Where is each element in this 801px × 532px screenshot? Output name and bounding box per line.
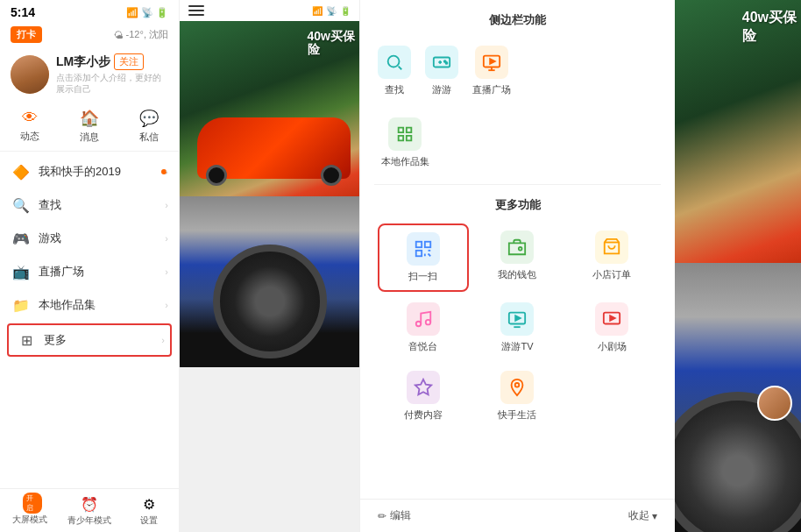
overlay-panel: 侧边栏功能 查找 游游 xyxy=(359,0,675,532)
weather-text: -12°, 沈阳 xyxy=(126,28,168,41)
overlay-label-sao: 扫一扫 xyxy=(408,270,437,283)
menu-section: 🔶 我和快手的2019 › 🔍 查找 › 🎮 游戏 › 📺 直播广场 › 📁 本… xyxy=(0,152,179,488)
far-right-banner: 40w买保险 xyxy=(742,9,797,46)
qingnian-icon: ⏰ xyxy=(81,496,98,513)
overlay-label-zhibo: 直播广场 xyxy=(472,83,511,96)
feed-header: 📶 📡 🔋 xyxy=(180,0,359,21)
far-right-wheel-image xyxy=(675,263,801,532)
menu-item-youxi[interactable]: 🎮 游戏 › xyxy=(0,222,179,255)
overlay-item-youxiTV[interactable]: 游游TV xyxy=(472,295,564,360)
menu-icon-zuopin: 📁 xyxy=(12,296,30,314)
overlay-item-zhibo[interactable]: 直播广场 xyxy=(469,39,514,103)
far-right-avatar xyxy=(757,386,792,421)
bottom-btn-shezhi[interactable]: ⚙ 设置 xyxy=(119,496,179,527)
overlay-item-yinyue[interactable]: 音悦台 xyxy=(378,295,469,360)
menu-item-zhibo[interactable]: 📺 直播广场 › xyxy=(0,255,179,288)
overlay-icon-xiaodian xyxy=(595,231,628,264)
profile-name: LM李小步 xyxy=(56,54,110,70)
collapse-icon: ▾ xyxy=(652,510,657,522)
overlay-icon-fuifei xyxy=(407,371,440,404)
menu-item-zuopin[interactable]: 📁 本地作品集 › xyxy=(0,288,179,322)
overlay-label-youxi: 游游 xyxy=(432,83,451,96)
status-time: 5:14 xyxy=(11,5,35,19)
weather: 🌤 -12°, 沈阳 xyxy=(114,28,168,41)
overlay-item-kuaishu[interactable]: 快手生活 xyxy=(472,364,564,429)
chevron-chazao: › xyxy=(165,200,168,210)
menu-icon-gengduo: ⊞ xyxy=(18,331,35,349)
menu-label-zhibo: 直播广场 xyxy=(39,264,167,280)
bottom-btn-qingnian[interactable]: ⏰ 青少年模式 xyxy=(60,496,119,527)
edit-icon: ✏ xyxy=(378,510,386,522)
chevron-youxi: › xyxy=(165,233,168,244)
collapse-label: 收起 xyxy=(628,508,649,523)
overlay-label-yinyue: 音悦台 xyxy=(408,340,437,353)
chevron-gengduo: › xyxy=(161,335,165,345)
status-bar: 5:14 📶 📡 🔋 xyxy=(0,0,179,23)
overlay-icon-yinyue xyxy=(407,302,440,336)
feed-image-car: 40w买保险 xyxy=(180,21,359,196)
overlay-label-xiaodian: 小店订单 xyxy=(592,268,631,281)
overlay-item-zuopin[interactable]: 本地作品集 xyxy=(374,110,436,175)
quick-action-xiaoxi[interactable]: 🏠 消息 xyxy=(60,109,119,144)
overlay-row2: 本地作品集 xyxy=(360,110,675,181)
menu-label-zuopin: 本地作品集 xyxy=(39,297,167,313)
feed-signal: 📶 xyxy=(312,6,323,16)
overlay-icon-chazao xyxy=(378,46,411,79)
feed-status: 📶 📡 🔋 xyxy=(312,6,351,16)
sixin-icon: 💬 xyxy=(139,109,159,128)
overlay-icon-youxiTV xyxy=(500,302,534,336)
overlay-item-xiaoju[interactable]: 小剧场 xyxy=(566,295,657,360)
overlay-label-qianbao: 我的钱包 xyxy=(498,268,536,281)
overlay-item-xiaodian[interactable]: 小店订单 xyxy=(566,223,657,292)
overlay-label-xiaoju: 小剧场 xyxy=(598,340,627,353)
overlay-item-sao[interactable]: 扫一扫 xyxy=(378,223,469,292)
feed-battery: 🔋 xyxy=(340,6,351,16)
punch-label: 打卡 xyxy=(17,28,36,41)
menu-label-gengduo: 更多 xyxy=(44,332,161,348)
overlay-item-fuifei[interactable]: 付费内容 xyxy=(378,364,469,429)
bottom-btn-daping[interactable]: 🖥 开启 大屏模式 xyxy=(0,496,60,527)
xiaoxi-icon: 🏠 xyxy=(80,109,99,128)
avatar-image xyxy=(11,55,49,94)
profile-desc: 点击添加个人介绍，更好的展示自己 xyxy=(56,72,168,95)
svg-rect-13 xyxy=(416,251,422,256)
follow-button[interactable]: 关注 xyxy=(114,53,144,70)
avatar[interactable] xyxy=(11,55,49,94)
hamburger-icon[interactable] xyxy=(188,5,204,16)
overlay-label-kuaishu: 快手生活 xyxy=(498,408,536,422)
sixin-label: 私信 xyxy=(139,131,159,144)
menu-label-2019: 我和快手的2019 xyxy=(39,164,149,180)
edit-label: 编辑 xyxy=(390,508,411,523)
svg-marker-26 xyxy=(610,316,615,321)
overlay-icon-kuaishu xyxy=(500,371,534,404)
svg-point-0 xyxy=(388,56,400,67)
overlay-top-items: 查找 游游 直播广场 xyxy=(360,35,675,110)
sidebar-panel: 5:14 📶 📡 🔋 打卡 🌤 -12°, 沈阳 LM李小步 关注 点击添加个人… xyxy=(0,0,180,532)
menu-item-gengduo[interactable]: ⊞ 更多 › xyxy=(7,323,172,357)
more-functions-title: 更多功能 xyxy=(360,188,675,216)
overlay-item-chazao[interactable]: 查找 xyxy=(374,39,415,103)
feed-panel: 📶 📡 🔋 40w买保险 xyxy=(180,0,359,532)
menu-icon-zhibo: 📺 xyxy=(12,263,30,280)
menu-icon-2019: 🔶 xyxy=(12,163,30,181)
feed-wifi: 📡 xyxy=(326,6,337,16)
svg-marker-24 xyxy=(516,316,521,321)
menu-item-2019[interactable]: 🔶 我和快手的2019 › xyxy=(0,155,179,188)
quick-action-dongtai[interactable]: 👁 动态 xyxy=(0,109,60,144)
overlay-item-youxi[interactable]: 游游 xyxy=(422,39,462,103)
punch-badge[interactable]: 打卡 xyxy=(11,26,42,43)
edit-button[interactable]: ✏ 编辑 xyxy=(378,508,411,523)
overlay-item-qianbao[interactable]: 我的钱包 xyxy=(472,223,564,292)
menu-item-chazao[interactable]: 🔍 查找 › xyxy=(0,188,179,222)
svg-line-1 xyxy=(399,67,402,70)
daping-label: 大屏模式 xyxy=(12,514,47,526)
menu-label-youxi: 游戏 xyxy=(39,231,167,246)
quick-action-sixin[interactable]: 💬 私信 xyxy=(119,109,179,144)
collapse-button[interactable]: 收起 ▾ xyxy=(628,508,657,523)
menu-icon-chazao: 🔍 xyxy=(12,196,30,214)
battery-icon: 🔋 xyxy=(156,7,168,18)
shezhi-label: 设置 xyxy=(140,514,158,527)
weather-icon: 🌤 xyxy=(114,30,124,40)
profile-info: LM李小步 关注 点击添加个人介绍，更好的展示自己 xyxy=(56,53,168,95)
xiaoxi-label: 消息 xyxy=(80,131,99,144)
